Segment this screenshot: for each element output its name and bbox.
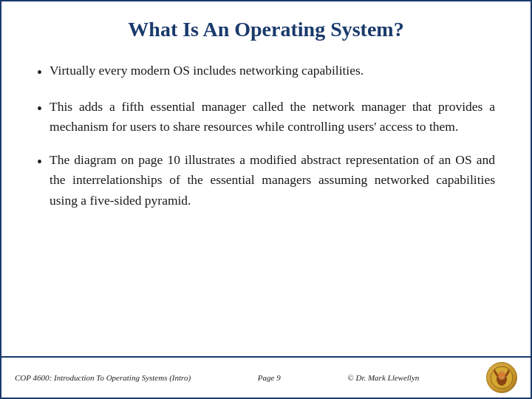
bullet-item-3: • The diagram on page 10 illustrates a m… [37, 150, 495, 210]
footer-logo [486, 362, 517, 393]
bullet-dot-3: • [37, 151, 42, 173]
slide: What Is An Operating System? • Virtually… [0, 0, 532, 399]
logo-icon [490, 366, 514, 389]
bullet-text-3: The diagram on page 10 illustrates a mod… [50, 150, 495, 210]
slide-content: • Virtually every modern OS includes net… [1, 53, 531, 356]
bullet-dot-1: • [37, 61, 42, 83]
bullet-item-1: • Virtually every modern OS includes net… [37, 61, 495, 83]
svg-point-4 [502, 374, 504, 375]
bullet-text-1: Virtually every modern OS includes netwo… [50, 61, 364, 81]
svg-point-3 [499, 374, 500, 375]
footer-course-label: COP 4600: Introduction To Operating Syst… [15, 373, 191, 382]
footer-page: Page 9 [258, 373, 281, 382]
bullet-dot-2: • [37, 98, 42, 120]
slide-footer: COP 4600: Introduction To Operating Syst… [1, 356, 531, 398]
bullet-item-2: • This adds a fifth essential manager ca… [37, 97, 495, 137]
bullet-text-2: This adds a fifth essential manager call… [50, 97, 495, 137]
slide-title: What Is An Operating System? [1, 1, 531, 53]
footer-copyright: © Dr. Mark Llewellyn [347, 373, 419, 382]
svg-point-5 [499, 376, 504, 379]
